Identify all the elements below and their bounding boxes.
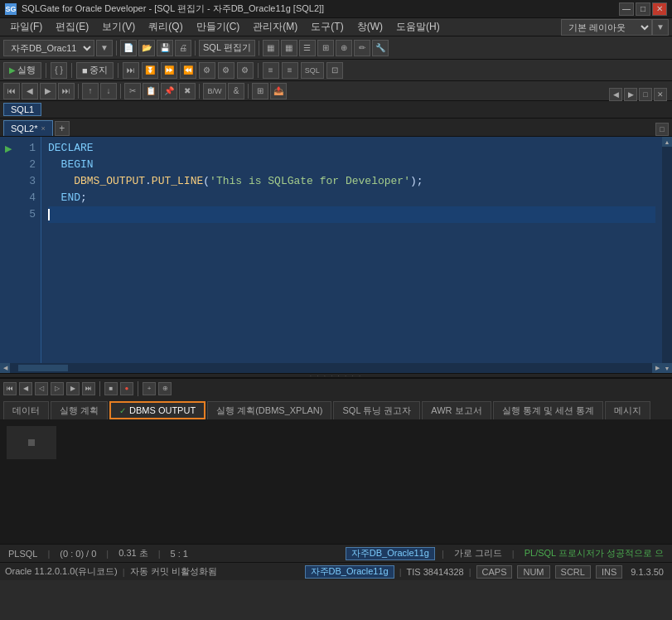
hscroll-thumb[interactable]	[18, 365, 68, 371]
close-button[interactable]: ✕	[652, 2, 667, 16]
new-tab-button[interactable]: +	[55, 121, 70, 136]
new-sql-btn[interactable]: 📄	[120, 40, 137, 56]
stop-sign-btn[interactable]: ⊡	[326, 62, 343, 79]
bottom-tab-dbms-output[interactable]: ✓ DBMS OUTPUT	[109, 401, 205, 419]
layout-select[interactable]: 기본 레이아웃	[561, 19, 652, 36]
step-into-btn[interactable]: ⏬	[142, 62, 158, 79]
tb3-btn9[interactable]: 📌	[161, 83, 177, 99]
grid-btn3[interactable]: ☰	[299, 40, 316, 56]
media-first-btn[interactable]: ⏮	[3, 382, 17, 395]
editor-tab-bar: SQL2* × + □	[0, 119, 672, 137]
debug-btn1[interactable]: ⚙	[199, 62, 215, 79]
grid-btn7[interactable]: 🔧	[372, 40, 389, 56]
grid-btn1[interactable]: ▦	[263, 40, 279, 56]
media-prev-btn[interactable]: ◀	[19, 382, 32, 395]
menu-query[interactable]: 쿼리(Q)	[142, 18, 189, 36]
tb3-btn5[interactable]: ↑	[82, 83, 99, 99]
tb3-btn14[interactable]: 📤	[270, 83, 287, 99]
tb3-btn3[interactable]: ▶	[40, 83, 56, 99]
panel-close-btn[interactable]: ✕	[654, 88, 667, 101]
media-rec-btn[interactable]: ●	[120, 382, 133, 395]
grid-btn5[interactable]: ⊕	[336, 40, 352, 56]
step-btn[interactable]: ⏭	[123, 62, 139, 79]
grid-btn2[interactable]: ▦	[281, 40, 297, 56]
tb3-btn6[interactable]: ↓	[100, 83, 117, 99]
tb3-btn4[interactable]: ⏭	[58, 83, 75, 99]
scroll-track[interactable]	[663, 147, 671, 363]
step-over-btn[interactable]: ⏩	[161, 62, 177, 79]
tb3-btn2[interactable]: ◀	[22, 83, 38, 99]
menu-tools[interactable]: 도구(T)	[304, 18, 350, 36]
code-editor[interactable]: DECLARE BEGIN DBMS_OUTPUT.PUT_LINE('This…	[41, 137, 662, 373]
bracket-btn[interactable]: { }	[51, 62, 67, 79]
tb3-btn1[interactable]: ⏮	[3, 83, 20, 99]
sql2-tab-close[interactable]: ×	[41, 124, 45, 133]
bottom-tab-msg[interactable]: 메시지	[605, 401, 650, 419]
hscroll-left-btn[interactable]: ◀	[0, 363, 10, 373]
run-button[interactable]: ▶ 실행	[3, 62, 41, 79]
panel-left-btn[interactable]: ◀	[609, 88, 622, 101]
sql1-tab[interactable]: SQL1	[3, 103, 41, 116]
layout-dropdown-btn[interactable]: ▼	[652, 19, 669, 36]
menu-create[interactable]: 만들기(C)	[190, 18, 247, 36]
hscroll-track[interactable]	[10, 365, 652, 371]
tb3-btn13[interactable]: ⊞	[252, 83, 268, 99]
panel-expand-btn[interactable]: □	[639, 88, 652, 101]
tb3-btn10[interactable]: ✖	[179, 83, 196, 99]
media-step-back-btn[interactable]: ◁	[35, 382, 48, 395]
db-connection-select[interactable]: 자주DB_Orac11g	[3, 40, 94, 56]
step-out-btn[interactable]: ⏪	[180, 62, 196, 79]
punct-rparen: )	[410, 173, 417, 190]
tab-data-label: 데이터	[12, 404, 40, 417]
sql2-tab[interactable]: SQL2* ×	[3, 120, 53, 136]
media-extra1[interactable]: +	[143, 382, 156, 395]
punct-semi: ;	[417, 173, 423, 190]
bottom-tab-data[interactable]: 데이터	[3, 401, 49, 419]
line-numbers: 1 2 3 4 5	[17, 137, 41, 373]
grid-btn4[interactable]: ⊞	[317, 40, 334, 56]
format-btn2[interactable]: ≡	[282, 62, 298, 79]
tb3-btn7[interactable]: ✂	[124, 83, 141, 99]
menu-view[interactable]: 보기(V)	[95, 18, 142, 36]
bottom-tab-xplan[interactable]: 실행 계획(DBMS_XPLAN)	[207, 401, 331, 419]
minimize-button[interactable]: —	[619, 2, 634, 16]
sql1-label: SQL1	[11, 104, 34, 114]
bottom-tab-stats[interactable]: 실행 통계 및 세션 통계	[493, 401, 603, 419]
bottom-tab-awr[interactable]: AWR 보고서	[422, 401, 491, 419]
scroll-up-btn[interactable]: ▲	[662, 137, 672, 147]
menu-edit[interactable]: 편집(E)	[49, 18, 95, 36]
scroll-down-btn[interactable]: ▼	[662, 363, 672, 373]
window-controls: — □ ✕	[619, 2, 667, 16]
save-btn[interactable]: 💾	[157, 40, 173, 56]
menu-window[interactable]: 창(W)	[351, 18, 389, 36]
maximize-button[interactable]: □	[636, 2, 650, 16]
media-step-fwd-btn[interactable]: ▷	[51, 382, 64, 395]
panel-right-btn[interactable]: ▶	[624, 88, 637, 101]
media-last-btn[interactable]: ⏭	[82, 382, 95, 395]
bottom-tab-tuning[interactable]: SQL 튜닝 권고자	[333, 401, 420, 419]
code-line-2: BEGIN	[48, 157, 655, 173]
format-btn1[interactable]: ≡	[263, 62, 279, 79]
tab-awr-label: AWR 보고서	[431, 404, 481, 417]
media-next-btn[interactable]: ▶	[66, 382, 80, 395]
debug-btn3[interactable]: ⚙	[237, 62, 254, 79]
open-btn[interactable]: 📂	[138, 40, 155, 56]
menu-file[interactable]: 파일(F)	[3, 18, 49, 36]
media-stop-btn[interactable]: ■	[104, 382, 118, 395]
menu-admin[interactable]: 관리자(M)	[246, 18, 304, 36]
menu-help[interactable]: 도움말(H)	[389, 18, 447, 36]
tb3-btn8[interactable]: 📋	[143, 83, 159, 99]
grid-btn6[interactable]: ✏	[354, 40, 370, 56]
hscroll-right-btn[interactable]: ▶	[652, 363, 662, 373]
editor-collapse-btn[interactable]: □	[655, 123, 669, 136]
stop-button[interactable]: ■ 중지	[76, 62, 114, 79]
tb3-btn11[interactable]: B/W	[203, 83, 226, 99]
bottom-tab-exec-plan[interactable]: 실행 계획	[51, 401, 108, 419]
tb-dropdown-btn[interactable]: ▼	[96, 40, 113, 56]
media-extra2[interactable]: ⊕	[158, 382, 172, 395]
tb3-btn12[interactable]: &	[228, 83, 244, 99]
debug-btn2[interactable]: ⚙	[218, 62, 234, 79]
sql-label-btn[interactable]: SQL	[301, 62, 324, 79]
status-version: 9.1.3.50	[627, 567, 667, 577]
print-btn[interactable]: 🖨	[175, 40, 191, 56]
